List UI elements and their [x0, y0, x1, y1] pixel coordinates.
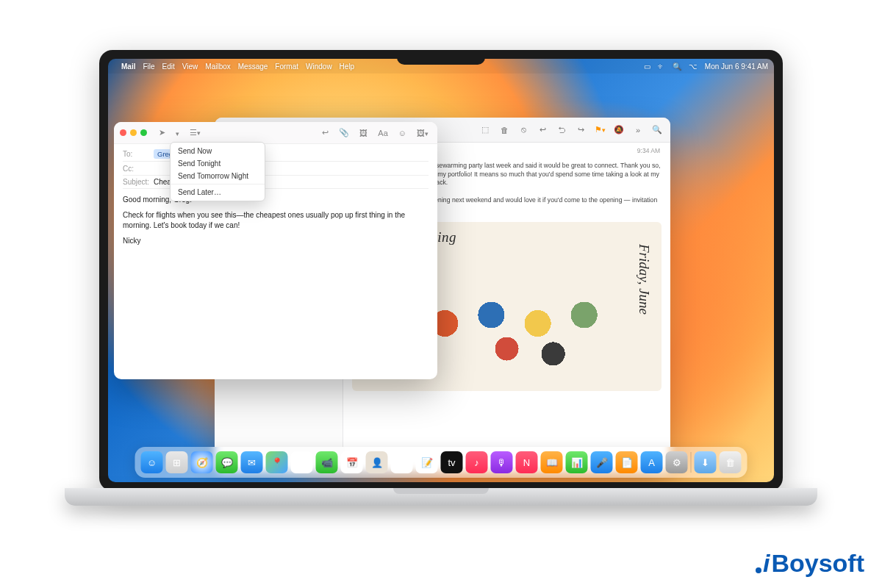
compose-window: ➤ ▾ Send Now Send Tonight Send Tomorrow …: [114, 122, 437, 379]
reply-all-icon[interactable]: ⮌: [556, 124, 567, 136]
to-label: To:: [123, 150, 154, 158]
dock-reminders[interactable]: ☑: [391, 451, 413, 473]
menu-mailbox[interactable]: Mailbox: [205, 62, 230, 71]
watermark-logo: iiBoysoftBoysoft: [756, 549, 864, 578]
battery-icon[interactable]: ▭: [644, 62, 650, 71]
menubar-app-name[interactable]: Mail: [121, 62, 135, 71]
subject-label: Subject:: [123, 178, 154, 186]
more-icon[interactable]: »: [632, 124, 644, 136]
laptop-base: [65, 488, 817, 506]
reply-icon[interactable]: ↩: [537, 124, 548, 136]
dock-launchpad[interactable]: ⊞: [166, 451, 188, 473]
fullscreen-icon[interactable]: [140, 129, 147, 136]
control-center-icon[interactable]: ⌥: [689, 62, 698, 71]
header-fields-icon[interactable]: ☰▾: [187, 126, 204, 139]
close-icon[interactable]: [120, 129, 126, 136]
dock-tv[interactable]: tv: [441, 451, 463, 473]
reply-icon[interactable]: ↩: [319, 126, 331, 139]
menu-window[interactable]: Window: [306, 62, 332, 71]
dock-books[interactable]: 📖: [541, 451, 563, 473]
body-line: Good morning, Greg!: [123, 195, 429, 206]
send-tonight-item[interactable]: Send Tonight: [171, 157, 265, 170]
dock: ☺⊞🧭💬✉📍🏞📹📅👤☑📝tv♪🎙N📖📊🎤📄A⚙⬇🗑: [135, 447, 747, 478]
dock-messages[interactable]: 💬: [216, 451, 238, 473]
send-later-item[interactable]: Send Later…: [171, 186, 265, 198]
archive-icon[interactable]: ⬚: [479, 124, 491, 136]
dock-notes[interactable]: 📝: [416, 451, 438, 473]
photo-icon[interactable]: 🖼: [356, 127, 370, 139]
dock-mail[interactable]: ✉: [241, 451, 263, 473]
forward-icon[interactable]: ↪: [575, 124, 587, 136]
dock-music[interactable]: ♪: [466, 451, 488, 473]
menubar-clock[interactable]: Mon Jun 6 9:41 AM: [705, 62, 768, 71]
mute-icon[interactable]: 🔕: [613, 124, 625, 136]
dock-safari[interactable]: 🧭: [191, 451, 213, 473]
menu-help[interactable]: Help: [340, 62, 355, 71]
dock-appstore[interactable]: A: [641, 451, 663, 473]
send-later-dropdown[interactable]: ▾ Send Now Send Tonight Send Tomorrow Ni…: [173, 127, 182, 139]
send-tomorrow-item[interactable]: Send Tomorrow Night: [171, 170, 265, 182]
dock-photos[interactable]: 🏞: [291, 451, 313, 473]
menu-edit[interactable]: Edit: [162, 62, 175, 71]
flag-icon[interactable]: ⚑▾: [594, 124, 606, 136]
menu-format[interactable]: Format: [275, 62, 298, 71]
dock-settings[interactable]: ⚙: [666, 451, 688, 473]
dock-maps[interactable]: 📍: [266, 451, 288, 473]
menu-message[interactable]: Message: [238, 62, 268, 71]
send-icon[interactable]: ➤: [156, 126, 168, 139]
send-later-menu: Send Now Send Tonight Send Tomorrow Nigh…: [170, 142, 265, 201]
laptop-frame: Mail File Edit View Mailbox Message Form…: [99, 50, 783, 491]
dock-news[interactable]: N: [516, 451, 538, 473]
dock-trash[interactable]: 🗑: [720, 451, 742, 473]
attach-icon[interactable]: 📎: [336, 126, 352, 139]
display-notch: [397, 50, 485, 65]
cc-label: Cc:: [123, 165, 154, 173]
dock-numbers[interactable]: 📊: [566, 451, 588, 473]
dock-contacts[interactable]: 👤: [366, 451, 388, 473]
desktop: Mail File Edit View Mailbox Message Form…: [108, 59, 774, 482]
media-icon[interactable]: 🖼▾: [414, 127, 431, 139]
wifi-icon[interactable]: ᯤ: [658, 62, 665, 71]
menu-view[interactable]: View: [182, 62, 198, 71]
trash-icon[interactable]: 🗑: [498, 124, 510, 136]
dock-calendar[interactable]: 📅: [341, 451, 363, 473]
body-signature: Nicky: [123, 236, 429, 247]
poster-title-2: Friday, June: [636, 244, 652, 315]
dock-finder[interactable]: ☺: [141, 451, 163, 473]
junk-icon[interactable]: ⦸: [517, 124, 529, 136]
reader-timestamp: 9:34 AM: [637, 147, 660, 154]
dock-podcasts[interactable]: 🎙: [491, 451, 513, 473]
dock-separator: [691, 452, 692, 473]
body-line: Check for flights when you see this—the …: [123, 210, 429, 232]
dock-facetime[interactable]: 📹: [316, 451, 338, 473]
compose-body[interactable]: Good morning, Greg! Check for flights wh…: [114, 189, 437, 252]
format-icon[interactable]: Aa: [375, 127, 390, 139]
minimize-icon[interactable]: [130, 129, 137, 136]
dock-downloads[interactable]: ⬇: [695, 451, 717, 473]
dock-keynote[interactable]: 🎤: [591, 451, 613, 473]
spotlight-icon[interactable]: 🔍: [673, 62, 681, 71]
search-icon[interactable]: 🔍: [651, 124, 663, 136]
menu-file[interactable]: File: [143, 62, 154, 71]
dock-pages[interactable]: 📄: [616, 451, 638, 473]
send-now-item[interactable]: Send Now: [171, 145, 265, 157]
compose-toolbar: ➤ ▾ Send Now Send Tonight Send Tomorrow …: [114, 122, 437, 144]
emoji-icon[interactable]: ☺: [395, 127, 409, 139]
